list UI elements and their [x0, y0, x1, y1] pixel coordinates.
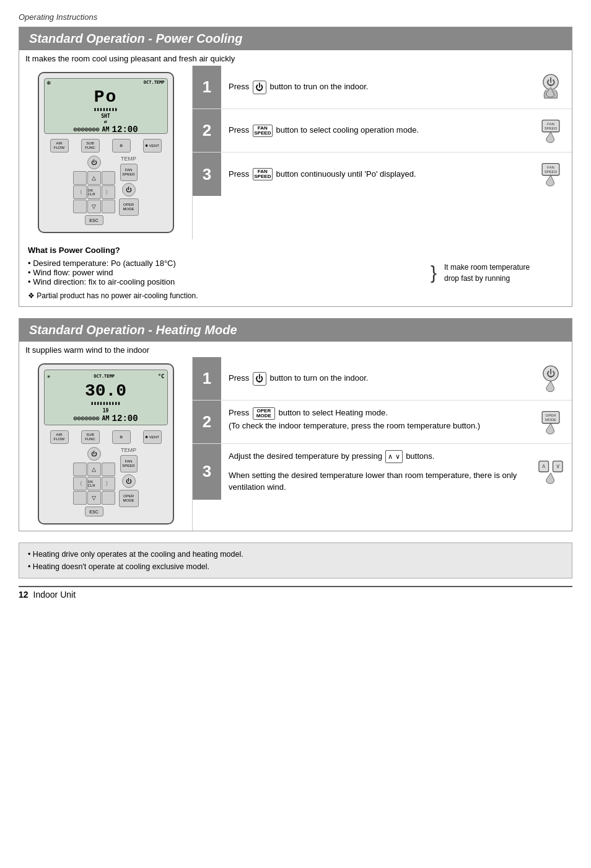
fan-speed-icon-step2: FANSPEED — [253, 125, 273, 137]
oct-temp-heat: OCT.TEMP — [94, 374, 115, 379]
nav-up[interactable]: △ — [87, 171, 101, 185]
time-display-heat: 12:00 — [112, 414, 138, 423]
cooling-info-title: What is Power Cooling? — [28, 246, 563, 255]
section-heating-subtitle: It supplies warm wind to the indoor — [19, 342, 572, 357]
air-flow-btn[interactable]: AIR FLOW — [50, 139, 69, 153]
section-cooling-body: ❄ OCT.TEMP Po ▮▮▮▮▮▮▮▮ SHT ⇄ ⊙⊙⊙⊙⊙⊙⊙ AM … — [19, 66, 572, 239]
heat-step-num-1: 1 — [193, 357, 221, 400]
screen-bar-area: ▮▮▮▮▮▮▮▮ — [94, 107, 118, 112]
svg-text:FAN: FAN — [547, 122, 554, 126]
power-button-heat-2[interactable]: ⏻ — [122, 474, 136, 488]
heat-sht: 19 — [103, 408, 109, 414]
sht-label: SHT — [101, 113, 110, 119]
cooling-info-box: What is Power Cooling? • Desired tempera… — [19, 239, 572, 306]
esc-button-heat[interactable]: ESC — [85, 507, 103, 516]
nav-empty-br-h — [102, 491, 115, 505]
nav-pad: △ 〈 OK CLR 〉 ▽ — [73, 171, 115, 213]
power-button-remote-heat[interactable]: ⏻ — [87, 447, 101, 461]
nav-down[interactable]: ▽ — [87, 200, 101, 213]
sun-icon: ☀ — [47, 373, 51, 380]
step-num-3: 3 — [193, 153, 221, 196]
nav-empty-bl — [73, 200, 87, 213]
center-button-area-heat: ⏻ △ 〈 OK CLR 〉 ▽ ESC — [44, 447, 168, 516]
svg-text:⏻: ⏻ — [546, 368, 555, 378]
screen-display-temp: 30.0 — [85, 381, 126, 401]
bars-icon: ▮▮▮▮▮▮▮▮ — [94, 107, 118, 112]
vent-btn[interactable]: ✱ VENT — [143, 139, 162, 153]
section-cooling-title: Standard Operation - Power Cooling — [19, 27, 572, 50]
section-power-cooling: Standard Operation - Power Cooling It ma… — [19, 27, 572, 307]
bullet-2: • Wind flow: power wind — [28, 268, 431, 277]
nav-left[interactable]: 〈 — [73, 185, 87, 199]
screen-top: ❄ OCT.TEMP — [45, 78, 167, 87]
heating-steps: 1 Press ⏻ button to turn on the indoor. … — [193, 357, 572, 531]
nav-down-heat[interactable]: ▽ — [87, 491, 101, 505]
oper-mode-button[interactable]: OPER MODE — [119, 198, 139, 216]
heat-step-2-text: Press OPERMODE button to select Heating … — [229, 407, 480, 432]
esc-button[interactable]: ESC — [85, 215, 103, 225]
heat-step-3-text-2: When setting the desired temperature low… — [229, 469, 522, 494]
nav-up-heat[interactable]: △ — [87, 463, 101, 476]
up-down-icons: ∧ ∨ — [385, 450, 402, 463]
cooling-steps: 1 Press ⏻ button to trun on the indoor. … — [193, 66, 572, 239]
fan-speed-button[interactable]: FAN SPEED — [120, 164, 138, 181]
nav-left-heat[interactable]: 〈 — [73, 477, 87, 490]
air-flow-btn-heat[interactable]: AIR FLOW — [50, 430, 69, 444]
oct-temp-label: OCT.TEMP — [144, 80, 165, 85]
screen-bottom: ⊙⊙⊙⊙⊙⊙⊙ AM 12:00 — [45, 125, 167, 135]
vent-btn-heat[interactable]: ✱ VENT — [143, 430, 162, 444]
celsius-label: °C — [158, 373, 165, 379]
fan-speed-button-heat[interactable]: FAN SPEED — [120, 455, 138, 472]
right-buttons-heat: TEMP FAN SPEED ⏻ OPER MODE — [119, 447, 139, 516]
sub-func-btn-heat[interactable]: SUB FUNC — [81, 430, 100, 444]
bottom-note-1: • Heating drive only operates at the coo… — [28, 548, 563, 560]
power-button-2[interactable]: ⏻ — [122, 183, 136, 197]
oper-mode-button-heat[interactable]: OPER MODE — [119, 490, 139, 507]
nav-empty-tr-h — [102, 463, 115, 476]
section-heating-body: ☀ OCT.TEMP °C 30.0 ▮▮▮▮▮▮▮▮▮▮ 19 ⊙⊙⊙⊙⊙⊙⊙… — [19, 357, 572, 531]
center-button-area: ⏻ △ 〈 OK CLR 〉 ▽ ESC — [44, 156, 168, 225]
finger-press-heat-3: ∧ ∨ — [535, 456, 567, 488]
power-icon-heat-step1: ⏻ — [253, 372, 266, 386]
heat-step-3-text-1: Adjust the desired temperature by pressi… — [229, 450, 434, 463]
bottom-note-2: • Heating doesn't operate at cooling exc… — [28, 560, 563, 573]
heat-bars: ▮▮▮▮▮▮▮▮▮▮ — [90, 401, 120, 406]
cooling-step-2: 2 Press FANSPEED button to select coolin… — [193, 109, 572, 153]
nav-right-heat[interactable]: 〉 — [102, 477, 115, 490]
nav-right[interactable]: 〉 — [102, 185, 115, 199]
section-heating-title: Standard Operation - Heating Mode — [19, 319, 572, 342]
settings-btn[interactable]: ⚙ — [112, 139, 131, 153]
cooling-step-1: 1 Press ⏻ button to trun on the indoor. … — [193, 66, 572, 109]
heat-step-2-icon: OPER MODE — [530, 401, 572, 443]
svg-text:SPEED: SPEED — [545, 170, 558, 174]
bullet-1: • Desired temperature: Po (actually 18°C… — [28, 259, 431, 268]
clock-dots-heat: ⊙⊙⊙⊙⊙⊙⊙ — [73, 415, 99, 422]
temp-label-heat: TEMP — [121, 447, 136, 453]
finger-press-heat-2: OPER MODE — [535, 406, 567, 438]
nav-ok-heat[interactable]: OK CLR — [87, 477, 101, 490]
step-2-icon: FAN SPEED — [530, 109, 572, 152]
remote-control-heating: ☀ OCT.TEMP °C 30.0 ▮▮▮▮▮▮▮▮▮▮ 19 ⊙⊙⊙⊙⊙⊙⊙… — [38, 363, 174, 525]
heating-step-2: 2 Press OPERMODE button to select Heatin… — [193, 401, 572, 444]
oper-mode-icon-step2: OPERMODE — [253, 407, 275, 420]
finger-press-icon-3: FAN SPEED — [535, 158, 567, 190]
step-3-icon: FAN SPEED — [530, 153, 572, 196]
brace-text: It make room temperaturedrop fast by run… — [439, 262, 563, 284]
step-3-content: Press FANSPEED button continuously until… — [221, 153, 530, 196]
heating-step-3: 3 Adjust the desired temperature by pres… — [193, 444, 572, 500]
screen-top-heat: ☀ OCT.TEMP °C — [45, 372, 167, 381]
brace-area: } It make room temperaturedrop fast by r… — [431, 259, 563, 286]
am-label: AM — [102, 126, 110, 133]
svg-text:OPER: OPER — [545, 414, 556, 417]
cooling-note: ❖ Partial product has no power air-cooli… — [28, 291, 563, 300]
clock-dots: ⊙⊙⊙⊙⊙⊙⊙ — [73, 126, 99, 133]
step-2-text: Press FANSPEED button to select cooling … — [229, 124, 419, 137]
nav-ok[interactable]: OK CLR — [87, 185, 101, 199]
svg-text:MODE: MODE — [545, 418, 556, 422]
step-1-text: Press ⏻ button to trun on the indoor. — [229, 81, 368, 94]
fan-speed-icon-step3: FANSPEED — [253, 168, 273, 180]
cooling-diagram: ❄ OCT.TEMP Po ▮▮▮▮▮▮▮▮ SHT ⇄ ⊙⊙⊙⊙⊙⊙⊙ AM … — [19, 66, 193, 239]
settings-btn-heat[interactable]: ⚙ — [112, 430, 131, 444]
power-button-remote[interactable]: ⏻ — [87, 156, 101, 169]
sub-func-btn[interactable]: SUB FUNC — [81, 139, 100, 153]
